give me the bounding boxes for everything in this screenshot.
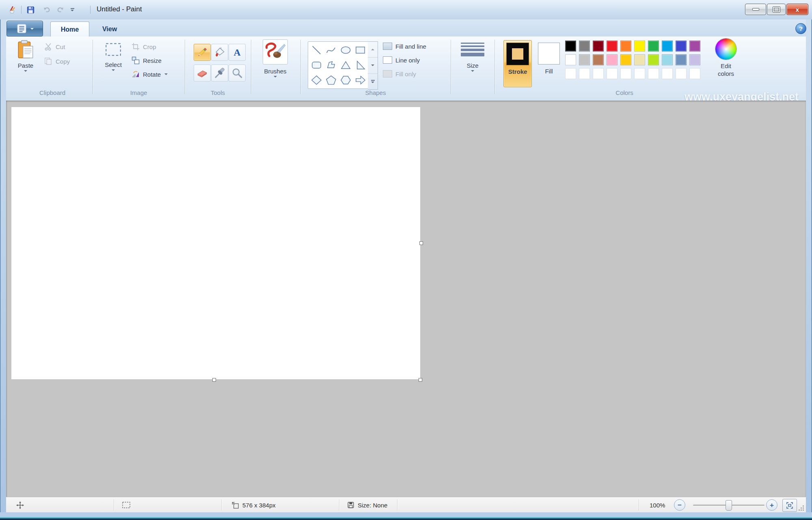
brushes-label: Brushes [264, 68, 286, 75]
color-swatch[interactable] [565, 54, 576, 65]
copy-button[interactable]: Copy [44, 56, 70, 67]
undo-button[interactable] [41, 4, 52, 15]
shape-diamond[interactable] [309, 73, 324, 88]
shape-rectangle[interactable] [353, 43, 367, 58]
shape-triangle[interactable] [338, 58, 353, 73]
fit-to-window-button[interactable] [782, 499, 797, 512]
minimize-button[interactable] [745, 4, 766, 15]
close-icon: x [796, 6, 799, 13]
close-button[interactable]: x [786, 4, 808, 15]
cut-icon [44, 42, 53, 51]
shape-arrow[interactable] [353, 73, 367, 88]
shape-hexagon[interactable] [338, 73, 353, 88]
ribbon-tab-row: Home View [6, 19, 806, 37]
status-separator [339, 499, 339, 511]
color-swatch[interactable] [648, 54, 659, 65]
redo-button[interactable] [55, 4, 65, 15]
canvas-size-icon [231, 501, 239, 509]
cut-button[interactable]: Cut [44, 41, 65, 52]
color-swatch[interactable] [676, 41, 687, 52]
stroke-color-button[interactable]: Stroke [503, 40, 532, 87]
fill-color-button[interactable]: Fill [535, 40, 563, 86]
color-swatch[interactable] [593, 54, 604, 65]
shapes-scroll-down-button[interactable] [368, 58, 378, 73]
tool-magnifier[interactable] [229, 64, 246, 82]
application-menu-button[interactable] [6, 21, 43, 37]
line-only-icon [383, 56, 392, 64]
zoom-in-button[interactable]: + [766, 499, 777, 511]
color-swatch-empty [607, 68, 618, 79]
zoom-slider-track[interactable] [693, 505, 764, 506]
color-swatch[interactable] [607, 54, 618, 65]
color-swatch[interactable] [607, 41, 618, 52]
resize-grip-icon[interactable] [799, 505, 804, 511]
shape-rounded-rectangle[interactable] [309, 58, 324, 73]
color-swatch[interactable] [579, 41, 590, 52]
color-swatch[interactable] [634, 54, 645, 65]
shape-curve[interactable] [324, 43, 338, 58]
qat-dropdown-button[interactable] [68, 4, 76, 15]
canvas-resize-handle-corner[interactable] [419, 378, 422, 382]
shape-ellipse[interactable] [338, 43, 353, 58]
shapes-scroll-up-button[interactable] [368, 42, 378, 58]
tool-pencil[interactable] [194, 44, 211, 61]
rotate-button[interactable]: Rotate [131, 69, 168, 80]
drawing-canvas[interactable] [11, 107, 420, 379]
shape-polygon[interactable] [324, 58, 338, 73]
color-swatch[interactable] [565, 41, 576, 52]
tab-home[interactable]: Home [50, 21, 89, 37]
color-swatch[interactable] [634, 41, 645, 52]
stroke-color-swatch [507, 43, 529, 65]
undo-icon [43, 6, 51, 14]
shapes-group-label: Shapes [300, 89, 451, 96]
shape-line[interactable] [309, 43, 324, 58]
color-swatch[interactable] [593, 41, 604, 52]
size-button[interactable]: Size [456, 39, 490, 89]
color-swatch[interactable] [662, 41, 673, 52]
zoom-out-button[interactable]: − [674, 499, 685, 511]
paste-button[interactable]: Paste [12, 39, 39, 89]
tool-text[interactable]: A [229, 44, 246, 61]
select-dropdown-icon [112, 69, 115, 71]
copy-icon [44, 57, 53, 66]
palette-row-empty [565, 68, 700, 79]
paste-dropdown-icon [24, 70, 27, 72]
line-only-option[interactable]: Line only [383, 56, 420, 64]
color-swatch[interactable] [579, 54, 590, 65]
tool-eraser[interactable] [194, 64, 211, 82]
image-group-label: Image [93, 89, 185, 96]
shapes-more-button[interactable] [368, 74, 378, 89]
help-button[interactable]: ? [795, 23, 806, 34]
fill-and-line-option[interactable]: Fill and line [383, 42, 426, 50]
brushes-button[interactable]: Brushes [259, 39, 292, 89]
maximize-button[interactable] [767, 4, 786, 15]
color-swatch-empty [676, 68, 687, 79]
edit-colors-button[interactable]: Edit colors [710, 39, 742, 78]
zoom-out-icon: − [678, 502, 682, 509]
size-label: Size [466, 62, 478, 69]
tab-view[interactable]: View [93, 21, 127, 37]
color-swatch[interactable] [620, 41, 631, 52]
crop-button[interactable]: Crop [131, 41, 156, 52]
color-swatch-empty [634, 68, 645, 79]
color-swatch[interactable] [689, 54, 700, 65]
tool-fill-with-color[interactable] [211, 44, 228, 61]
resize-button[interactable]: Resize [131, 55, 162, 66]
color-swatch[interactable] [662, 54, 673, 65]
group-separator [185, 40, 185, 94]
canvas-resize-handle-right[interactable] [419, 241, 423, 245]
color-swatch[interactable] [648, 41, 659, 52]
color-swatch[interactable] [689, 41, 700, 52]
zoom-in-icon: + [770, 502, 774, 509]
save-button[interactable] [25, 4, 36, 15]
shape-pentagon[interactable] [324, 73, 338, 88]
tool-color-picker[interactable] [211, 64, 228, 82]
canvas-resize-handle-bottom[interactable] [212, 378, 216, 382]
color-swatch[interactable] [676, 54, 687, 65]
zoom-slider-thumb[interactable] [726, 500, 732, 511]
color-swatch[interactable] [620, 54, 631, 65]
select-button[interactable]: Select [101, 39, 126, 89]
fill-only-option[interactable]: Fill only [383, 70, 416, 78]
shape-right-triangle[interactable] [353, 58, 367, 73]
app-menu-icon [16, 23, 27, 34]
